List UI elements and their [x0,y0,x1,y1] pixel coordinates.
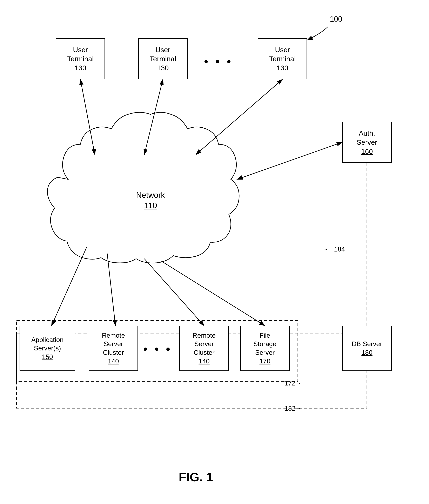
ut3-label: UserTerminal [269,45,296,63]
user-terminal-3: UserTerminal 130 [258,38,307,79]
diagram-container: Network 110 172 ~ 182 ~ 184 [0,0,429,504]
fss-label: FileStorageServer [253,331,277,357]
rsc-ellipsis: • • • [143,342,172,356]
rsc2-num: 140 [198,357,209,366]
ref-182-squiggle: ~ [297,405,301,412]
remote-server-cluster-1: RemoteServerCluster 140 [89,326,138,371]
ut3-num: 130 [277,63,288,72]
ut2-num: 130 [157,63,169,72]
ref-184: 184 [334,246,345,253]
user-terminal-2: UserTerminal 130 [138,38,188,79]
ut-ellipsis: • • • [204,55,233,68]
svg-line-8 [144,259,204,326]
network-cloud: Network 110 [47,112,239,263]
user-terminal-1: User Terminal 130 [56,38,105,79]
auth-server: Auth.Server 160 [342,122,392,163]
ref-172-squiggle: ~ [297,380,301,387]
svg-line-7 [107,254,116,326]
svg-line-5 [237,142,342,179]
db-label: DB Server [352,340,382,348]
rsc1-num: 140 [108,357,119,366]
app-server: ApplicationServer(s) 150 [20,326,75,371]
auth-label: Auth.Server [357,129,377,147]
network-label: Network [136,191,165,200]
ref-100-label: 100 [330,15,342,23]
svg-line-9 [161,261,265,326]
ut1-label: User Terminal [67,45,94,63]
file-storage-server: FileStorageServer 170 [240,326,290,371]
ref-182: 182 [285,405,295,412]
svg-line-6 [52,247,87,326]
app-num: 150 [42,353,53,361]
network-num: 110 [144,201,157,210]
ref-184-squiggle: ~ [324,246,328,253]
remote-server-cluster-2: RemoteServerCluster 140 [179,326,229,371]
db-num: 180 [361,348,372,357]
svg-line-2 [80,79,95,155]
db-server: DB Server 180 [342,326,392,371]
rsc2-label: RemoteServerCluster [193,331,216,357]
ut2-label: UserTerminal [150,45,176,63]
rsc1-label: RemoteServerCluster [102,331,125,357]
ut1-num: 130 [75,63,86,72]
app-label: ApplicationServer(s) [31,336,64,353]
ref-172: 172 [285,380,295,387]
svg-line-4 [196,79,282,155]
figure-label: FIG. 1 [155,470,237,484]
fss-num: 170 [259,357,270,366]
auth-num: 160 [361,147,373,156]
svg-line-3 [144,79,163,155]
